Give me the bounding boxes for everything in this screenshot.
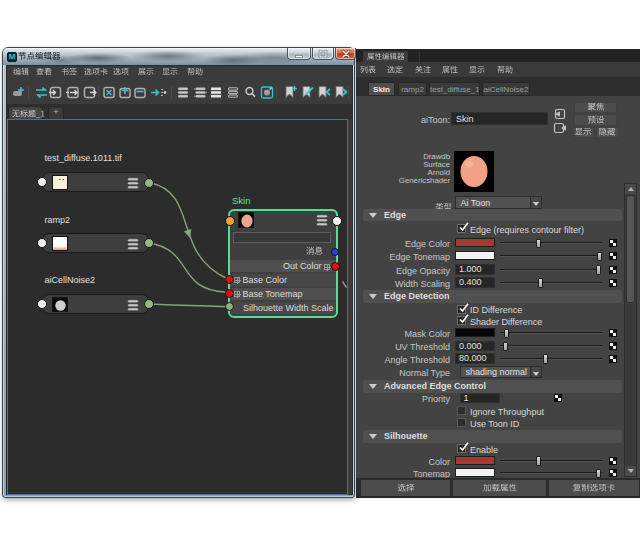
port-out-color-red[interactable] (331, 262, 340, 271)
expand-icon[interactable] (234, 291, 240, 297)
node-display-mode-icon[interactable] (316, 213, 328, 231)
map-button-icon[interactable] (609, 355, 617, 363)
slider-handle[interactable] (543, 354, 548, 364)
slider-handle[interactable] (596, 469, 601, 479)
node-display-mode-icon[interactable] (127, 298, 139, 316)
pin-out-icon[interactable] (553, 120, 566, 138)
scroll-up-icon[interactable] (625, 184, 636, 194)
shader-difference-checkbox[interactable] (457, 316, 466, 325)
menu-help[interactable] (187, 68, 203, 80)
edge-color-swatch[interactable] (455, 238, 495, 247)
section-edge[interactable]: Edge (363, 209, 622, 222)
normal-type-dropdown[interactable]: shading normal (460, 366, 542, 379)
mask-color-swatch[interactable] (455, 328, 495, 337)
ignore-throughput-checkbox[interactable] (457, 406, 466, 415)
menu-help[interactable] (497, 66, 513, 74)
hide-button[interactable] (596, 127, 619, 139)
port-base-tonemap-red[interactable] (225, 289, 234, 298)
port-skin-output-white[interactable] (332, 216, 342, 226)
node-name-input[interactable] (451, 112, 548, 125)
skin-row-base-color[interactable]: Base Color (230, 274, 336, 286)
tab-aicellnoise2[interactable]: aiCellNoise2 (482, 82, 530, 96)
section-edge-detection[interactable]: Edge Detection (363, 290, 622, 303)
close-button[interactable] (335, 48, 356, 60)
attribute-scrollbar[interactable] (624, 183, 637, 477)
silhouette-color-swatch[interactable] (455, 456, 495, 465)
input-output-connections-icon[interactable] (66, 85, 80, 103)
menu-tabs[interactable] (84, 68, 108, 80)
uv-threshold-slider[interactable] (500, 345, 602, 347)
menu-list[interactable] (360, 66, 376, 74)
map-button-icon[interactable] (609, 342, 617, 350)
edge-tonemap-slider[interactable] (500, 255, 602, 257)
port-skin-input-orange[interactable] (225, 216, 235, 226)
angle-threshold-slider[interactable] (500, 358, 602, 360)
id-difference-checkbox[interactable] (457, 305, 466, 314)
add-to-graph-icon[interactable] (118, 85, 132, 103)
uv-threshold-field[interactable]: 0.000 (455, 341, 495, 352)
menu-bookmarks[interactable] (61, 68, 77, 80)
menu-show[interactable] (469, 66, 485, 74)
display-connected-icon[interactable] (194, 85, 207, 103)
create-node-icon[interactable] (12, 85, 27, 103)
display-custom-icon[interactable] (227, 85, 239, 103)
port-base-color-red[interactable] (225, 275, 234, 284)
silhouette-tonemap-swatch[interactable] (455, 468, 495, 477)
skin-row-message[interactable] (230, 246, 336, 258)
copy-tab-button[interactable] (549, 480, 639, 496)
input-connections-icon[interactable] (48, 85, 62, 103)
load-attributes-button[interactable] (453, 480, 546, 496)
sync-selection-icon[interactable] (34, 85, 49, 103)
display-full-icon[interactable] (210, 85, 222, 103)
map-button-icon[interactable] (609, 457, 617, 465)
port-input-white[interactable] (37, 177, 47, 187)
bookmark-add-icon[interactable] (284, 85, 298, 103)
map-button-icon[interactable] (609, 329, 617, 337)
select-button[interactable] (361, 480, 450, 496)
width-scaling-slider[interactable] (500, 282, 602, 284)
show-button[interactable] (573, 127, 594, 139)
tab-untitled-1[interactable] (8, 106, 43, 119)
tab-ramp2[interactable]: ramp2 (398, 82, 427, 96)
clear-graph-icon[interactable] (102, 85, 116, 103)
edge-tonemap-swatch[interactable] (455, 251, 495, 260)
port-output-green[interactable] (144, 178, 154, 188)
slider-handle[interactable] (504, 329, 509, 339)
focus-button[interactable] (574, 102, 617, 114)
node-display-mode-icon[interactable] (127, 237, 139, 255)
edge-color-slider[interactable] (500, 242, 602, 244)
tab-test-diffuse-1[interactable]: test_diffuse_1 (429, 82, 480, 96)
node-skin-selected[interactable]: Out Color Base Color Base Tonemap Silhou… (228, 209, 338, 318)
menu-attributes[interactable] (442, 66, 458, 74)
map-button-icon[interactable] (609, 266, 617, 274)
menu-edit[interactable] (13, 68, 29, 80)
port-input-white[interactable] (37, 238, 47, 248)
scroll-down-icon[interactable] (625, 466, 636, 476)
output-connections-icon[interactable] (83, 85, 97, 103)
attribute-editor-title-tab[interactable] (363, 51, 408, 62)
enable-checkbox[interactable] (457, 444, 466, 453)
priority-field[interactable]: 1 (460, 393, 500, 404)
graph-downstream-icon[interactable] (150, 85, 167, 103)
node-display-mode-icon[interactable] (127, 176, 139, 194)
new-tab-button[interactable]: + (48, 106, 64, 119)
node-test-diffuse[interactable] (42, 172, 149, 192)
scrollbar-thumb[interactable] (626, 195, 635, 303)
bookmark-next-icon[interactable] (334, 85, 348, 103)
section-advanced-edge-control[interactable]: Advanced Edge Control (363, 380, 622, 393)
display-simple-icon[interactable] (177, 85, 189, 103)
node-filter-field[interactable] (233, 232, 331, 243)
remove-from-graph-icon[interactable] (133, 85, 147, 103)
map-button-icon[interactable] (554, 394, 562, 402)
section-silhouette[interactable]: Silhouette (363, 430, 622, 443)
bookmark-previous-icon[interactable] (317, 85, 331, 103)
presets-button[interactable] (574, 114, 617, 126)
minimize-button[interactable] (287, 48, 311, 60)
slider-handle[interactable] (538, 278, 543, 288)
slider-handle[interactable] (536, 456, 541, 466)
slider-handle[interactable] (503, 342, 508, 352)
menu-show[interactable] (162, 68, 178, 80)
angle-threshold-field[interactable]: 80.000 (455, 353, 495, 364)
port-silhouette-width-scale-green[interactable] (225, 302, 234, 311)
port-message-blue[interactable] (331, 248, 339, 256)
